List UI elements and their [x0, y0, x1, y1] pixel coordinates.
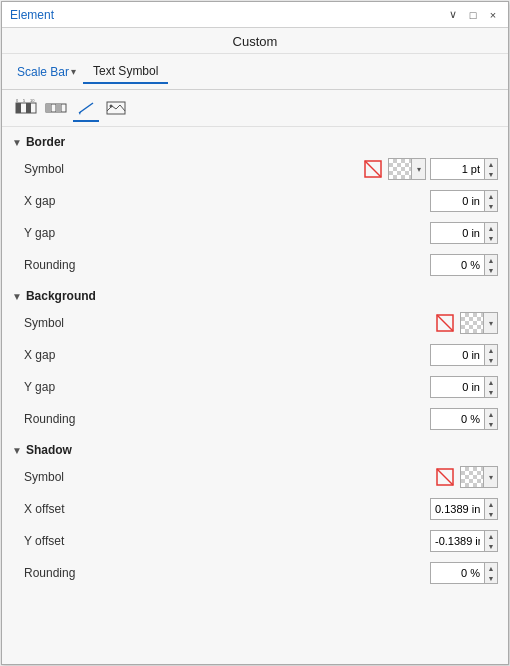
pen-button[interactable]: [72, 96, 100, 120]
shadow-rounding-row: Rounding ▲ ▼: [12, 557, 498, 589]
border-symbol-label: Symbol: [24, 162, 362, 176]
svg-line-12: [79, 103, 93, 113]
background-rounding-up[interactable]: ▲: [485, 409, 497, 419]
background-ygap-label: Y gap: [24, 380, 430, 394]
border-thickness-input[interactable]: [430, 158, 484, 180]
scalebar2-icon: [45, 99, 67, 117]
background-no-fill-icon[interactable]: [434, 312, 456, 334]
border-ygap-spinner[interactable]: ▲ ▼: [430, 222, 498, 244]
background-xgap-input[interactable]: [430, 344, 484, 366]
border-section-header[interactable]: ▼ Border: [2, 127, 508, 153]
background-ygap-spinner[interactable]: ▲ ▼: [430, 376, 498, 398]
background-symbol-dropdown-arrow[interactable]: ▾: [484, 312, 498, 334]
background-symbol-controls: ▾: [434, 312, 498, 334]
shadow-yoffset-input[interactable]: [430, 530, 484, 552]
shadow-xoffset-label: X offset: [24, 502, 430, 516]
close-button[interactable]: ×: [486, 9, 500, 21]
shadow-symbol-label: Symbol: [24, 470, 434, 484]
title-bar: Element ∨ □ ×: [2, 2, 508, 28]
svg-line-21: [437, 469, 453, 485]
background-rounding-down[interactable]: ▼: [485, 419, 497, 429]
background-xgap-spinner-btns: ▲ ▼: [484, 344, 498, 366]
scalebar1-button[interactable]: 0 5 10: [12, 96, 40, 120]
border-ygap-label: Y gap: [24, 226, 430, 240]
border-no-fill-icon[interactable]: [362, 158, 384, 180]
minimize-button[interactable]: ∨: [446, 8, 460, 21]
restore-button[interactable]: □: [466, 9, 480, 21]
shadow-yoffset-spinner[interactable]: ▲ ▼: [430, 530, 498, 552]
border-rounding-input[interactable]: [430, 254, 484, 276]
background-ygap-up[interactable]: ▲: [485, 377, 497, 387]
border-xgap-up[interactable]: ▲: [485, 191, 497, 201]
shadow-rounding-input[interactable]: [430, 562, 484, 584]
shadow-rounding-down[interactable]: ▼: [485, 573, 497, 583]
shadow-checker-box: [460, 466, 484, 488]
border-xgap-spinner[interactable]: ▲ ▼: [430, 190, 498, 212]
shadow-yoffset-down[interactable]: ▼: [485, 541, 497, 551]
shadow-xoffset-input[interactable]: [430, 498, 484, 520]
background-ygap-down[interactable]: ▼: [485, 387, 497, 397]
scalebar2-button[interactable]: [42, 96, 70, 120]
border-xgap-input[interactable]: [430, 190, 484, 212]
border-ygap-row: Y gap ▲ ▼: [12, 217, 498, 249]
border-rounding-controls: ▲ ▼: [430, 254, 498, 276]
border-thickness-spinner[interactable]: ▲ ▼: [430, 158, 498, 180]
background-xgap-up[interactable]: ▲: [485, 345, 497, 355]
border-rounding-down[interactable]: ▼: [485, 265, 497, 275]
svg-point-15: [110, 105, 113, 108]
shadow-rounding-label: Rounding: [24, 566, 430, 580]
background-ygap-input[interactable]: [430, 376, 484, 398]
shadow-xoffset-spinner[interactable]: ▲ ▼: [430, 498, 498, 520]
background-rounding-input[interactable]: [430, 408, 484, 430]
shadow-yoffset-label: Y offset: [24, 534, 430, 548]
shadow-xoffset-row: X offset ▲ ▼: [12, 493, 498, 525]
shadow-section-header[interactable]: ▼ Shadow: [2, 435, 508, 461]
border-symbol-picker[interactable]: ▾: [388, 158, 426, 180]
border-ygap-up[interactable]: ▲: [485, 223, 497, 233]
shadow-symbol-dropdown-arrow[interactable]: ▾: [484, 466, 498, 488]
border-symbol-row: Symbol ▾ ▲: [12, 153, 498, 185]
shadow-yoffset-row: Y offset ▲ ▼: [12, 525, 498, 557]
border-rounding-label: Rounding: [24, 258, 430, 272]
border-ygap-down[interactable]: ▼: [485, 233, 497, 243]
background-xgap-spinner[interactable]: ▲ ▼: [430, 344, 498, 366]
scale-bar-tab-dropdown[interactable]: Scale Bar ▾: [10, 60, 83, 84]
shadow-yoffset-up[interactable]: ▲: [485, 531, 497, 541]
background-rounding-spinner[interactable]: ▲ ▼: [430, 408, 498, 430]
background-section-header[interactable]: ▼ Background: [2, 281, 508, 307]
shadow-rounding-spinner[interactable]: ▲ ▼: [430, 562, 498, 584]
svg-rect-1: [16, 103, 21, 113]
shadow-xoffset-up[interactable]: ▲: [485, 499, 497, 509]
image-button[interactable]: [102, 96, 130, 120]
shadow-symbol-controls: ▾: [434, 466, 498, 488]
shadow-xoffset-down[interactable]: ▼: [485, 509, 497, 519]
scalebar1-icon: 0 5 10: [15, 99, 37, 117]
svg-rect-10: [46, 104, 51, 112]
border-symbol-dropdown-arrow[interactable]: ▾: [412, 158, 426, 180]
border-rounding-spinner[interactable]: ▲ ▼: [430, 254, 498, 276]
background-xgap-down[interactable]: ▼: [485, 355, 497, 365]
border-xgap-down[interactable]: ▼: [485, 201, 497, 211]
border-xgap-label: X gap: [24, 194, 430, 208]
border-rounding-up[interactable]: ▲: [485, 255, 497, 265]
shadow-symbol-picker[interactable]: ▾: [460, 466, 498, 488]
svg-line-19: [437, 315, 453, 331]
panel-subtitle: Custom: [2, 28, 508, 54]
background-checker-box: [460, 312, 484, 334]
shadow-rounding-controls: ▲ ▼: [430, 562, 498, 584]
svg-text:0: 0: [16, 99, 19, 103]
toolbar: 0 5 10: [2, 90, 508, 127]
background-symbol-picker[interactable]: ▾: [460, 312, 498, 334]
shadow-yoffset-controls: ▲ ▼: [430, 530, 498, 552]
shadow-no-fill-icon[interactable]: [434, 466, 456, 488]
border-rounding-spinner-btns: ▲ ▼: [484, 254, 498, 276]
border-ygap-input[interactable]: [430, 222, 484, 244]
border-thickness-down[interactable]: ▼: [485, 169, 497, 179]
svg-text:5: 5: [23, 99, 26, 103]
background-rounding-row: Rounding ▲ ▼: [12, 403, 498, 435]
text-symbol-tab[interactable]: Text Symbol: [83, 60, 168, 84]
shadow-rounding-up[interactable]: ▲: [485, 563, 497, 573]
border-thickness-up[interactable]: ▲: [485, 159, 497, 169]
shadow-yoffset-spinner-btns: ▲ ▼: [484, 530, 498, 552]
scale-bar-dropdown-arrow: ▾: [71, 66, 76, 77]
